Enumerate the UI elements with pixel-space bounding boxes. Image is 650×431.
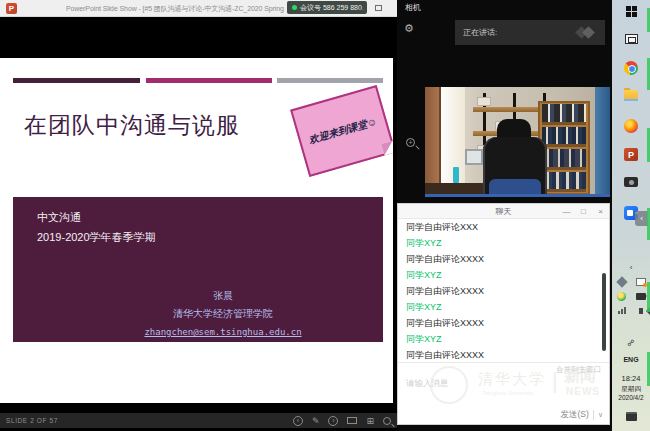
slide-accent-bar-dark [13,78,140,83]
slideshow-statusbar: SLIDE 2 OF 57 ‹ ✎ › ⊞ [0,413,397,428]
author-email-link[interactable]: zhangchen@sem.tsinghua.edu.cn [144,327,301,337]
watermark-news-en: NEWS [566,386,600,397]
slide-accent-bar-gray [277,78,383,83]
webcam-door [425,87,441,197]
system-tray [612,278,650,314]
now-speaking-bar: 正在讲话: [455,20,605,45]
chat-send-row: 发送(S) ∨ [398,409,609,421]
slide-counter: SLIDE 2 OF 57 [6,417,58,424]
restore-icon [375,5,382,11]
chat-input[interactable]: 请输入消息 [406,378,449,390]
show-desktop-icon [626,412,637,421]
restore-button[interactable] [370,0,386,16]
merge-to-main-window-link[interactable]: 合并到主窗口 [556,365,601,375]
ppt-titlebar: P PowerPoint Slide Show - [#5 团队沟通与讨论-中文… [0,0,397,17]
send-options-caret-icon[interactable]: ∨ [598,411,603,419]
link-icon[interactable]: ⚯ [614,326,648,360]
camera-app-icon [624,177,638,187]
minimize-button[interactable]: — [352,0,368,16]
clock-weekday: 星期四 [612,384,650,393]
chrome-icon [624,61,638,75]
chat-titlebar: 聊天 — □ × [398,204,609,219]
previous-slide-icon[interactable]: ‹ [293,416,303,426]
course-name: 中文沟通 [37,210,81,225]
photo-icon[interactable] [636,278,646,286]
dropbox-icon[interactable] [616,276,627,287]
desk-edge [425,194,610,197]
clock-date: 2020/4/2 [612,393,650,402]
camcorder-icon[interactable] [636,293,646,300]
file-explorer-button[interactable] [612,90,650,101]
watermark-university-en: Tsinghua University [482,390,534,396]
slide-canvas: 在团队中沟通与说服 欢迎来到课堂☺ 中文沟通 2019-2020学年春季学期 张… [0,58,393,403]
monitor [465,149,483,165]
webcam-video [425,87,610,197]
pen-icon[interactable]: ✎ [312,416,320,426]
author-block: 张晨 清华大学经济管理学院 zhangchen@sem.tsinghua.edu… [123,289,323,339]
powerpoint-window: P PowerPoint Slide Show - [#5 团队沟通与讨论-中文… [0,0,397,431]
author-name: 张晨 [123,289,323,303]
zoom-icon[interactable] [383,417,391,425]
chat-messages: 同学自由评论XXX同学XYZ同学自由评论XXXX同学XYZ同学自由评论XXXX同… [406,219,596,364]
all-slides-grid-icon[interactable]: ⊞ [366,416,374,426]
signal-icon[interactable] [618,307,626,314]
chat-sender-name: 同学XYZ [406,331,596,347]
meeting-status-dot-icon [292,5,297,10]
screen: P PowerPoint Slide Show - [#5 团队沟通与讨论-中文… [0,0,650,431]
firefox-icon [624,119,638,133]
file-explorer-icon [624,90,638,101]
windows-start-icon [626,6,637,17]
chat-message-text: 同学自由评论XXXX [406,347,596,363]
window-title: PowerPoint Slide Show - [#5 团队沟通与讨论-中文沟通… [66,4,284,14]
hidden-icons-chevron[interactable]: ‹ [612,263,650,272]
task-view-icon [625,34,638,44]
chat-window: 聊天 — □ × 同学自由评论XXX同学XYZ同学自由评论XXXX同学XYZ同学… [397,203,610,425]
chat-divider [398,362,609,363]
language-indicator[interactable]: ENG [612,356,650,363]
chrome-button[interactable] [612,61,650,75]
sticky-note-text: 欢迎来到课堂☺ [307,115,378,148]
slide-accent-bar-magenta [146,78,272,83]
chat-message-text: 同学自由评论XXX [406,219,596,235]
slide-icon[interactable] [347,417,357,424]
powerpoint-icon: P [6,3,17,14]
speaker-icon[interactable] [639,308,643,314]
meeting-logo-watermark-icon [575,27,595,39]
chat-message-text: 同学自由评论XXXX [406,315,596,331]
camera-app-title: 相机 [405,2,421,13]
taskbar-clock[interactable]: 18:24 星期四 2020/4/2 [612,374,650,402]
chat-scrollbar[interactable] [602,273,606,351]
curtain [595,87,610,197]
sticky-note: 欢迎来到课堂☺ [290,85,393,177]
powerpoint-taskbar-button[interactable]: P [612,148,650,161]
author-affiliation: 清华大学经济管理学院 [123,307,323,321]
gear-icon[interactable]: ⚙ [404,22,414,35]
watermark-university-cn: 清华大学 [478,370,546,389]
show-desktop-button[interactable] [612,412,650,421]
antivirus-icon[interactable] [617,292,626,301]
shelf-box [477,97,491,106]
chat-close-button[interactable]: × [592,204,609,218]
send-button[interactable]: 发送(S) [561,409,589,421]
chat-minimize-button[interactable]: — [558,204,575,218]
zoom-in-icon[interactable]: + [406,138,415,147]
semester: 2019-2020学年春季学期 [37,230,156,245]
send-separator [593,410,594,420]
slide-subtitle-box: 中文沟通 2019-2020学年春季学期 张晨 清华大学经济管理学院 zhang… [13,197,383,342]
chat-message-text: 同学自由评论XXXX [406,283,596,299]
bottle [453,167,459,183]
chat-maximize-button[interactable]: □ [575,204,592,218]
task-view-button[interactable] [612,34,650,44]
windows-start-button[interactable] [612,6,650,17]
powerpoint-icon: P [624,148,638,161]
now-speaking-label: 正在讲话: [463,27,497,38]
slide-title: 在团队中沟通与说服 [24,110,240,141]
chat-sender-name: 同学XYZ [406,235,596,251]
chat-sender-name: 同学XYZ [406,299,596,315]
webcam-door-light [439,87,465,197]
firefox-button[interactable] [612,119,650,133]
camera-app-button[interactable] [612,177,650,187]
chat-sender-name: 同学XYZ [406,267,596,283]
clock-time: 18:24 [612,374,650,384]
next-slide-icon[interactable]: › [328,416,338,426]
